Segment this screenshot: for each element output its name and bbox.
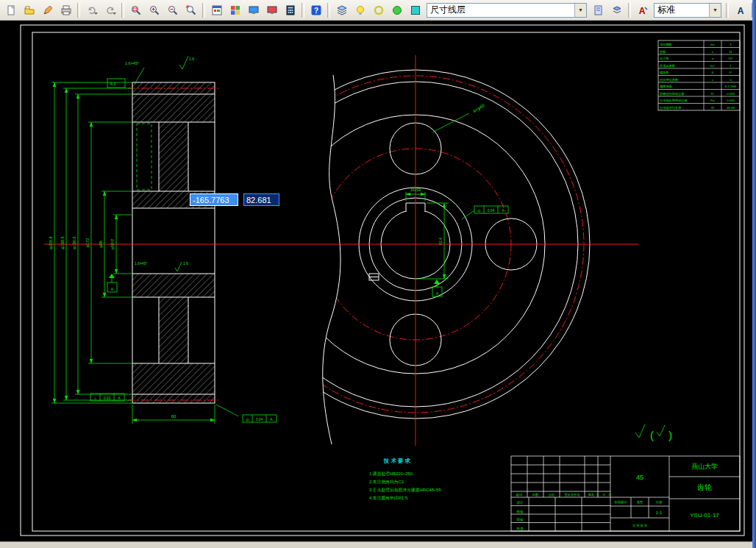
gear-front-view: [238, 70, 590, 444]
annotation-text: A: [111, 287, 114, 291]
annotation-text: Fr: [711, 92, 715, 96]
undo-icon[interactable]: [82, 1, 101, 19]
annotation-text: 标记: [516, 493, 523, 497]
annotation-text: 0°: [729, 71, 732, 74]
annotation-text: 1.6×45°: [125, 61, 139, 65]
calc-icon[interactable]: [281, 1, 299, 19]
style-combo[interactable]: 标准▼: [654, 3, 721, 18]
toolbar: ?尺寸线层▼A标准▼A标准▼: [0, 0, 756, 21]
circle-yellow-icon[interactable]: [369, 1, 388, 19]
window-border-right: [752, 0, 756, 548]
annotation-text: Fw: [710, 99, 716, 102]
zoom-all-icon[interactable]: [182, 1, 200, 19]
gear-parameter-table: 法向模数mn3齿数z41压力角α20°齿顶高系数ha*1螺旋角β0°径向变位系数…: [658, 40, 740, 110]
annotation-text: 1.调质处理HB220~250.: [369, 471, 414, 477]
annotation-text: 更改文件号: [565, 493, 581, 497]
annotation-text: 4.未注圆角半径R1.5.: [369, 496, 409, 501]
open-file-icon[interactable]: [20, 1, 38, 19]
annotation-text: β: [712, 71, 714, 74]
chevron-down-icon[interactable]: ▼: [574, 4, 586, 17]
dynamic-input-y-value: 82.681: [246, 196, 271, 204]
annotation-text: 齿圈径向跳动公差: [660, 92, 685, 96]
annotation-text: 法向模数: [660, 43, 673, 46]
annotation-text: 阶段标记: [615, 500, 628, 505]
chevron-down-icon[interactable]: ▼: [709, 4, 721, 17]
annotation-text: 审核: [517, 518, 524, 522]
redo-icon[interactable]: [101, 1, 119, 19]
annotation-text: ha*: [710, 64, 716, 68]
annotation-text: 1:1: [656, 510, 663, 515]
circle-green-icon[interactable]: [388, 1, 406, 19]
annotation-text: φ190.5: [72, 236, 76, 249]
bulb-icon[interactable]: [351, 1, 369, 19]
dynamic-input-x-value: -165.7763: [193, 196, 229, 204]
annotation-text: 0.04: [488, 208, 495, 213]
monitor-blue-icon[interactable]: [244, 1, 263, 19]
toolbar-separator: [327, 3, 330, 18]
annotation-text: 0.056: [727, 92, 735, 96]
toolbar-separator: [726, 3, 729, 18]
annotation-text: x: [712, 78, 714, 82]
annotation-text: A: [118, 396, 121, 400]
annotation-text: z: [712, 50, 713, 54]
dynamic-input-x[interactable]: -165.7763: [190, 193, 238, 206]
annotation-text: 燕山大学: [691, 463, 718, 470]
annotation-text: ◎: [246, 417, 249, 421]
annotation-text: 重量: [637, 500, 643, 504]
annotation-text: 批准: [516, 527, 524, 530]
toolbar-separator: [302, 3, 304, 18]
annotation-text: 技 术 要 求: [383, 458, 411, 464]
toolbar-separator: [77, 3, 80, 18]
annotation-text: (: [650, 429, 654, 441]
grid-colors-icon[interactable]: [226, 1, 244, 19]
annotation-text: A: [436, 291, 439, 296]
annotation-text: 比例: [656, 500, 662, 505]
layer-combo[interactable]: 尺寸线层▼: [427, 3, 587, 18]
annotation-text: 签名: [588, 493, 594, 497]
annotation-text: A: [502, 208, 504, 213]
annotation-text: 8-7-7HK: [725, 85, 737, 88]
zoom-window-icon[interactable]: [126, 1, 145, 19]
annotation-text: 公法线平均长度: [660, 106, 681, 110]
swatch-icon[interactable]: [406, 1, 424, 19]
monitor-red-icon[interactable]: [263, 1, 281, 19]
layers-icon[interactable]: [332, 1, 351, 19]
font-A-icon[interactable]: A: [633, 1, 652, 19]
annotation-text: W: [711, 106, 714, 110]
annotation-text: 0.040: [727, 99, 735, 102]
dynamic-input-y[interactable]: 82.681: [243, 193, 279, 206]
zoom-in-icon[interactable]: [145, 1, 163, 19]
annotation-text: φ205.8: [49, 236, 53, 249]
toolbar-separator: [121, 3, 124, 18]
help-icon[interactable]: ?: [307, 1, 325, 19]
annotation-text: α: [712, 57, 714, 60]
zoom-out-icon[interactable]: [163, 1, 182, 19]
annotation-text: ⊥: [93, 396, 96, 400]
annotation-text: 1.6×45°: [135, 261, 147, 266]
annotation-text: 齿轮: [697, 483, 712, 491]
font-A2-icon[interactable]: A: [731, 1, 749, 19]
plot-icon[interactable]: [57, 1, 75, 19]
title-block-text: 45燕山大学齿轮YSU-01-17阶段标记重量比例1:1共 张 第 张标记处数分…: [516, 463, 720, 530]
annotation-text: φ172: [85, 238, 90, 248]
sheet-blue-icon[interactable]: [589, 1, 607, 19]
annotation-text: 公法线长度变动公差: [660, 99, 688, 102]
annotation-text: 年、月、日: [596, 493, 612, 497]
layer-window-icon[interactable]: [207, 1, 226, 19]
layers2-icon[interactable]: [607, 1, 626, 19]
annotation-text: 3: [730, 43, 732, 46]
annotation-text: mn: [710, 43, 715, 46]
annotation-text: 螺旋角: [660, 71, 669, 74]
annotation-text: 20°: [728, 57, 733, 60]
tech-requirements: 技 术 要 求1.调质处理HB220~250.2.未注倒角均为C2.3.正火处理…: [369, 458, 442, 501]
new-file-icon[interactable]: [1, 1, 20, 19]
annotation-text: 1.6: [183, 261, 188, 266]
edit-pencil-icon[interactable]: [38, 1, 57, 19]
annotation-text: YSU-01-17: [690, 512, 719, 519]
annotation-text: 4×φ40: [472, 103, 485, 114]
svg-text:A: A: [638, 6, 645, 16]
annotation-text: 齿顶高系数: [660, 64, 676, 68]
annotation-text: 1: [730, 64, 732, 68]
svg-text:?: ?: [313, 7, 318, 15]
annotation-text: 分区: [549, 493, 555, 497]
